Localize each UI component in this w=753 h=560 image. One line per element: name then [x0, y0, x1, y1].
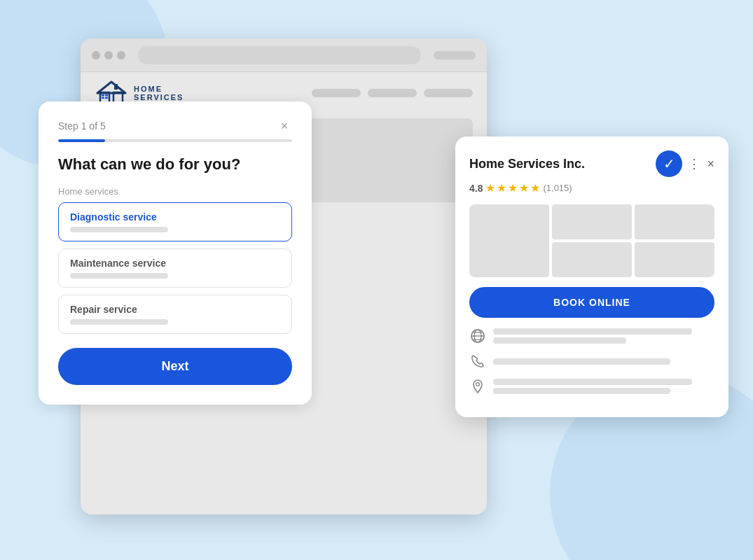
browser-extra-bar: [434, 51, 476, 59]
step-question: What can we do for you?: [58, 155, 292, 175]
next-button[interactable]: Next: [58, 348, 292, 385]
service-option-maintenance[interactable]: Maintenance service: [58, 248, 292, 288]
check-icon: ✓: [663, 155, 675, 172]
service-option-repair[interactable]: Repair service: [58, 295, 292, 334]
image-placeholder-2: [552, 204, 632, 239]
info-row-location: [469, 378, 714, 395]
progress-bar-background: [58, 139, 292, 142]
info-line-website-2: [493, 337, 626, 344]
services-label: Home services: [58, 186, 292, 197]
progress-bar-fill: [58, 139, 105, 142]
star-4: ★: [519, 181, 529, 195]
card-actions: ⋮ ×: [688, 156, 714, 172]
browser-dot-2: [104, 51, 113, 59]
book-online-button[interactable]: BOOK ONLINE: [469, 287, 714, 318]
star-2: ★: [497, 181, 506, 195]
service-option-line-repair: [70, 319, 168, 325]
globe-icon: [469, 328, 486, 344]
service-option-line-maintenance: [70, 273, 168, 279]
browser-address-bar[interactable]: [138, 46, 421, 64]
step-form-card: Step 1 of 5 × What can we do for you? Ho…: [39, 102, 312, 405]
info-line-website-1: [493, 328, 692, 335]
phone-icon: [469, 353, 486, 370]
browser-dot-1: [92, 51, 100, 59]
business-name: Home Services Inc.: [469, 157, 649, 172]
business-card-header: Home Services Inc. ✓ ⋮ ×: [469, 150, 714, 177]
phone-info-lines: [493, 358, 714, 365]
info-row-website: [469, 328, 714, 344]
service-option-diagnostic[interactable]: Diagnostic service: [58, 202, 292, 241]
rating-count: (1,015): [543, 183, 572, 193]
nav-item-2: [368, 89, 417, 97]
more-options-icon[interactable]: ⋮: [688, 156, 701, 172]
logo-text: HOME SERVICES: [134, 85, 184, 102]
stars-container: ★ ★ ★ ★ ★: [485, 181, 540, 195]
image-placeholder-tall: [469, 204, 549, 277]
browser-dot-3: [117, 51, 125, 59]
service-option-title-maintenance: Maintenance service: [70, 258, 280, 269]
info-line-location-2: [493, 388, 670, 394]
service-option-title-repair: Repair service: [70, 304, 280, 315]
rating-row: 4.8 ★ ★ ★ ★ ★ (1,015): [469, 181, 714, 195]
star-half: ★: [530, 181, 540, 195]
svg-marker-0: [97, 82, 125, 93]
svg-rect-1: [114, 84, 118, 90]
service-option-title-diagnostic: Diagnostic service: [70, 211, 280, 223]
location-icon: [469, 378, 486, 395]
info-row-phone: [469, 353, 714, 370]
star-3: ★: [508, 181, 518, 195]
location-info-lines: [493, 379, 714, 394]
verified-badge: ✓: [656, 150, 682, 177]
image-placeholder-4: [552, 242, 632, 277]
browser-toolbar: [81, 38, 487, 72]
close-button[interactable]: ×: [277, 118, 292, 134]
image-placeholder-5: [635, 242, 714, 277]
svg-point-12: [476, 383, 480, 386]
nav-item-1: [312, 89, 361, 97]
service-option-line-diagnostic: [70, 227, 168, 232]
step-label: Step 1 of 5: [58, 120, 106, 132]
step-header: Step 1 of 5 ×: [58, 118, 292, 134]
info-line-phone: [493, 358, 670, 365]
website-info-lines: [493, 328, 714, 344]
image-grid: [469, 204, 714, 277]
nav-item-3: [424, 89, 473, 97]
star-1: ★: [485, 181, 495, 195]
image-placeholder-3: [635, 204, 714, 239]
info-line-location-1: [493, 379, 692, 385]
rating-number: 4.8: [469, 183, 483, 194]
card-close-icon[interactable]: ×: [707, 157, 714, 172]
browser-dots: [92, 51, 125, 59]
business-card-panel: Home Services Inc. ✓ ⋮ × 4.8 ★ ★ ★ ★ ★ (…: [455, 136, 728, 417]
